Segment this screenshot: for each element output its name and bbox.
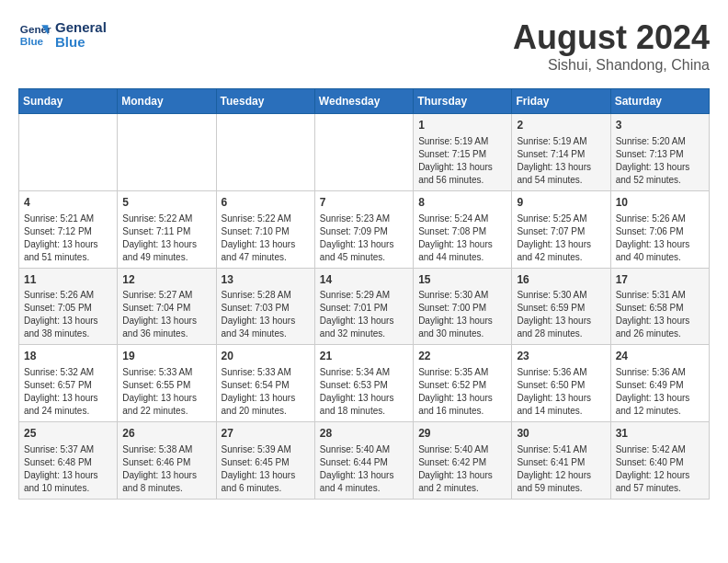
day-cell: 4Sunrise: 5:21 AM Sunset: 7:12 PM Daylig… bbox=[19, 190, 118, 268]
day-cell: 30Sunrise: 5:41 AM Sunset: 6:41 PM Dayli… bbox=[512, 422, 610, 500]
day-number: 25 bbox=[24, 426, 112, 442]
day-cell: 8Sunrise: 5:24 AM Sunset: 7:08 PM Daylig… bbox=[414, 190, 512, 268]
col-header-tuesday: Tuesday bbox=[216, 89, 314, 114]
day-info: Sunrise: 5:40 AM Sunset: 6:42 PM Dayligh… bbox=[418, 443, 506, 495]
day-number: 3 bbox=[616, 118, 704, 133]
day-number: 13 bbox=[222, 272, 310, 288]
col-header-monday: Monday bbox=[118, 89, 216, 114]
day-number: 23 bbox=[517, 349, 605, 364]
calendar-table: SundayMondayTuesdayWednesdayThursdayFrid… bbox=[18, 88, 710, 500]
day-number: 26 bbox=[122, 426, 210, 442]
day-number: 14 bbox=[320, 272, 408, 288]
day-info: Sunrise: 5:22 AM Sunset: 7:11 PM Dayligh… bbox=[122, 213, 210, 264]
day-info: Sunrise: 5:27 AM Sunset: 7:04 PM Dayligh… bbox=[122, 289, 210, 340]
day-cell: 18Sunrise: 5:32 AM Sunset: 6:57 PM Dayli… bbox=[19, 345, 118, 422]
day-info: Sunrise: 5:26 AM Sunset: 7:06 PM Dayligh… bbox=[616, 213, 704, 264]
day-info: Sunrise: 5:41 AM Sunset: 6:41 PM Dayligh… bbox=[517, 443, 605, 495]
day-cell: 22Sunrise: 5:35 AM Sunset: 6:52 PM Dayli… bbox=[414, 345, 512, 422]
day-info: Sunrise: 5:40 AM Sunset: 6:44 PM Dayligh… bbox=[320, 443, 408, 495]
day-cell: 28Sunrise: 5:40 AM Sunset: 6:44 PM Dayli… bbox=[314, 422, 413, 500]
day-number: 11 bbox=[24, 272, 112, 288]
day-number: 9 bbox=[517, 195, 605, 211]
day-cell: 17Sunrise: 5:31 AM Sunset: 6:58 PM Dayli… bbox=[610, 268, 709, 345]
day-number: 8 bbox=[418, 195, 506, 211]
day-info: Sunrise: 5:33 AM Sunset: 6:54 PM Dayligh… bbox=[222, 366, 310, 418]
day-info: Sunrise: 5:33 AM Sunset: 6:55 PM Dayligh… bbox=[122, 366, 210, 418]
week-row-5: 25Sunrise: 5:37 AM Sunset: 6:48 PM Dayli… bbox=[19, 422, 710, 500]
logo-general: General bbox=[55, 20, 107, 36]
day-cell: 14Sunrise: 5:29 AM Sunset: 7:01 PM Dayli… bbox=[314, 268, 413, 345]
day-number: 28 bbox=[320, 426, 408, 442]
day-info: Sunrise: 5:20 AM Sunset: 7:13 PM Dayligh… bbox=[616, 135, 704, 187]
day-cell: 2Sunrise: 5:19 AM Sunset: 7:14 PM Daylig… bbox=[512, 114, 610, 191]
col-header-thursday: Thursday bbox=[414, 89, 512, 114]
day-cell: 24Sunrise: 5:36 AM Sunset: 6:49 PM Dayli… bbox=[610, 345, 709, 422]
day-number: 31 bbox=[616, 426, 704, 442]
day-number: 24 bbox=[616, 349, 704, 364]
month-title: August 2024 bbox=[513, 18, 710, 57]
day-number: 12 bbox=[122, 272, 210, 288]
day-number: 20 bbox=[222, 349, 310, 364]
day-info: Sunrise: 5:30 AM Sunset: 6:59 PM Dayligh… bbox=[517, 289, 605, 340]
day-number: 10 bbox=[616, 195, 704, 211]
day-number: 2 bbox=[517, 118, 605, 133]
day-info: Sunrise: 5:34 AM Sunset: 6:53 PM Dayligh… bbox=[320, 366, 408, 418]
day-cell: 27Sunrise: 5:39 AM Sunset: 6:45 PM Dayli… bbox=[216, 422, 314, 500]
day-cell bbox=[118, 114, 216, 191]
day-cell: 11Sunrise: 5:26 AM Sunset: 7:05 PM Dayli… bbox=[19, 268, 118, 345]
location: Sishui, Shandong, China bbox=[513, 57, 710, 74]
week-row-1: 1Sunrise: 5:19 AM Sunset: 7:15 PM Daylig… bbox=[19, 114, 710, 191]
day-number: 27 bbox=[222, 426, 310, 442]
day-info: Sunrise: 5:22 AM Sunset: 7:10 PM Dayligh… bbox=[222, 213, 310, 264]
day-cell: 9Sunrise: 5:25 AM Sunset: 7:07 PM Daylig… bbox=[512, 190, 610, 268]
day-cell: 10Sunrise: 5:26 AM Sunset: 7:06 PM Dayli… bbox=[610, 190, 709, 268]
day-cell: 6Sunrise: 5:22 AM Sunset: 7:10 PM Daylig… bbox=[216, 190, 314, 268]
day-number: 4 bbox=[24, 195, 112, 211]
day-cell: 13Sunrise: 5:28 AM Sunset: 7:03 PM Dayli… bbox=[216, 268, 314, 345]
page-header: General Blue General Blue August 2024 Si… bbox=[18, 18, 710, 74]
day-info: Sunrise: 5:39 AM Sunset: 6:45 PM Dayligh… bbox=[222, 443, 310, 495]
day-cell: 1Sunrise: 5:19 AM Sunset: 7:15 PM Daylig… bbox=[414, 114, 512, 191]
day-number: 6 bbox=[222, 195, 310, 211]
logo-icon: General Blue bbox=[18, 18, 51, 52]
day-number: 17 bbox=[616, 272, 704, 288]
day-number: 19 bbox=[122, 349, 210, 364]
day-cell: 26Sunrise: 5:38 AM Sunset: 6:46 PM Dayli… bbox=[118, 422, 216, 500]
day-cell: 21Sunrise: 5:34 AM Sunset: 6:53 PM Dayli… bbox=[314, 345, 413, 422]
day-info: Sunrise: 5:35 AM Sunset: 6:52 PM Dayligh… bbox=[418, 366, 506, 418]
day-info: Sunrise: 5:31 AM Sunset: 6:58 PM Dayligh… bbox=[616, 289, 704, 340]
logo: General Blue General Blue bbox=[18, 18, 107, 52]
day-number: 21 bbox=[320, 349, 408, 364]
day-number: 16 bbox=[517, 272, 605, 288]
day-info: Sunrise: 5:37 AM Sunset: 6:48 PM Dayligh… bbox=[24, 443, 112, 495]
day-info: Sunrise: 5:29 AM Sunset: 7:01 PM Dayligh… bbox=[320, 289, 408, 340]
col-header-friday: Friday bbox=[512, 89, 610, 114]
day-info: Sunrise: 5:28 AM Sunset: 7:03 PM Dayligh… bbox=[222, 289, 310, 340]
day-number: 7 bbox=[320, 195, 408, 211]
logo-blue: Blue bbox=[55, 35, 107, 51]
col-header-saturday: Saturday bbox=[610, 89, 709, 114]
day-number: 29 bbox=[418, 426, 506, 442]
day-info: Sunrise: 5:24 AM Sunset: 7:08 PM Dayligh… bbox=[418, 213, 506, 264]
day-number: 15 bbox=[418, 272, 506, 288]
day-info: Sunrise: 5:42 AM Sunset: 6:40 PM Dayligh… bbox=[616, 443, 704, 495]
day-info: Sunrise: 5:36 AM Sunset: 6:49 PM Dayligh… bbox=[616, 366, 704, 418]
day-number: 30 bbox=[517, 426, 605, 442]
day-info: Sunrise: 5:25 AM Sunset: 7:07 PM Dayligh… bbox=[517, 213, 605, 264]
day-number: 5 bbox=[122, 195, 210, 211]
day-info: Sunrise: 5:19 AM Sunset: 7:14 PM Dayligh… bbox=[517, 135, 605, 187]
day-cell: 5Sunrise: 5:22 AM Sunset: 7:11 PM Daylig… bbox=[118, 190, 216, 268]
svg-text:Blue: Blue bbox=[20, 35, 44, 47]
day-cell: 16Sunrise: 5:30 AM Sunset: 6:59 PM Dayli… bbox=[512, 268, 610, 345]
col-header-wednesday: Wednesday bbox=[314, 89, 413, 114]
day-cell: 3Sunrise: 5:20 AM Sunset: 7:13 PM Daylig… bbox=[610, 114, 709, 191]
week-row-4: 18Sunrise: 5:32 AM Sunset: 6:57 PM Dayli… bbox=[19, 345, 710, 422]
day-number: 1 bbox=[418, 118, 506, 133]
day-cell: 12Sunrise: 5:27 AM Sunset: 7:04 PM Dayli… bbox=[118, 268, 216, 345]
day-info: Sunrise: 5:38 AM Sunset: 6:46 PM Dayligh… bbox=[122, 443, 210, 495]
week-row-3: 11Sunrise: 5:26 AM Sunset: 7:05 PM Dayli… bbox=[19, 268, 710, 345]
day-info: Sunrise: 5:36 AM Sunset: 6:50 PM Dayligh… bbox=[517, 366, 605, 418]
day-cell: 31Sunrise: 5:42 AM Sunset: 6:40 PM Dayli… bbox=[610, 422, 709, 500]
day-cell: 25Sunrise: 5:37 AM Sunset: 6:48 PM Dayli… bbox=[19, 422, 118, 500]
day-cell: 19Sunrise: 5:33 AM Sunset: 6:55 PM Dayli… bbox=[118, 345, 216, 422]
